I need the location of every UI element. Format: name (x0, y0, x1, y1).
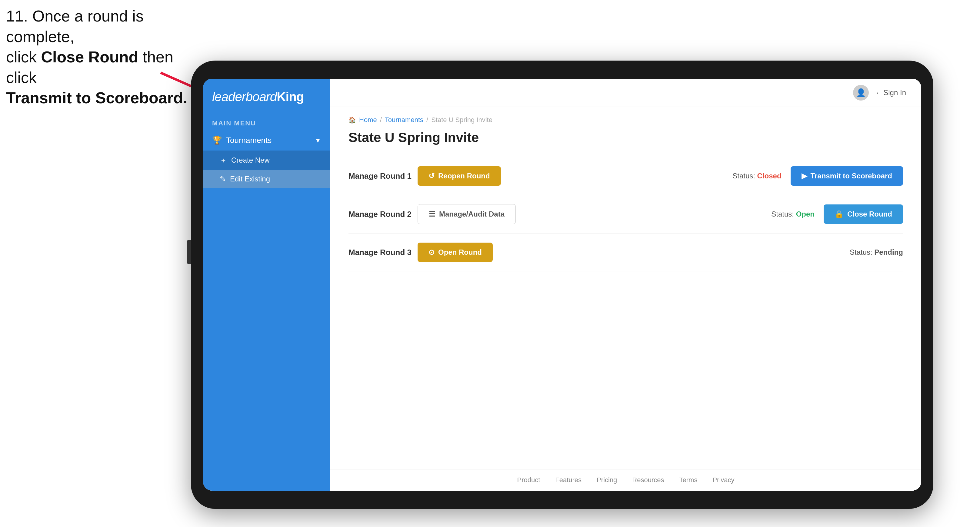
open-icon: ⊙ (428, 248, 434, 257)
footer-link-pricing[interactable]: Pricing (597, 476, 617, 484)
reopen-icon: ↺ (428, 172, 434, 180)
round-2-status-value: Open (796, 210, 815, 218)
page-title: State U Spring Invite (348, 130, 903, 145)
avatar: 👤 (853, 85, 869, 100)
sign-in-label: → Sign In (873, 89, 906, 97)
footer-link-terms[interactable]: Terms (679, 476, 698, 484)
breadcrumb-tournaments[interactable]: Tournaments (385, 116, 423, 124)
footer-link-privacy[interactable]: Privacy (713, 476, 734, 484)
main-content: 👤 → Sign In 🏠 Home / Tournaments (330, 79, 921, 490)
logo-text2: King (277, 90, 304, 104)
logo-area: leaderboardKing (203, 79, 330, 113)
open-round-label: Open Round (438, 248, 482, 257)
manage-audit-button[interactable]: ☰ Manage/Audit Data (418, 204, 516, 224)
transmit-to-scoreboard-button[interactable]: ▶ Transmit to Scoreboard (791, 166, 903, 186)
round-3-status-value: Pending (874, 248, 903, 256)
round-3-section: Manage Round 3 ⊙ Open Round Status: Pend… (348, 233, 903, 271)
round-2-left: Manage Round 2 ☰ Manage/Audit Data (348, 204, 516, 224)
breadcrumb-home[interactable]: Home (359, 116, 377, 124)
round-2-status: Status: Open (771, 210, 815, 218)
top-header: 👤 → Sign In (330, 79, 921, 107)
plus-icon: ＋ (220, 156, 227, 165)
create-new-label: Create New (231, 156, 270, 165)
trophy-icon: 🏆 (212, 136, 222, 145)
chevron-down-icon: ▼ (315, 137, 321, 144)
round-1-status-value: Closed (757, 172, 781, 180)
round-1-section: Manage Round 1 ↺ Reopen Round Status: Cl… (348, 157, 903, 195)
round-3-status: Status: Pending (850, 248, 903, 257)
breadcrumb-current: State U Spring Invite (431, 116, 492, 124)
sidebar: leaderboardKing MAIN MENU 🏆 Tournaments … (203, 79, 330, 490)
round-2-status-area: Status: Open 🔒 Close Round (771, 205, 903, 224)
tablet-side-button (187, 240, 191, 264)
close-round-label: Close Round (847, 210, 892, 218)
breadcrumb: 🏠 Home / Tournaments / State U Spring In… (348, 116, 903, 124)
reopen-round-button[interactable]: ↺ Reopen Round (418, 166, 501, 186)
transmit-label: Transmit to Scoreboard (811, 172, 892, 180)
lock-icon: 🔒 (835, 210, 844, 218)
open-round-button[interactable]: ⊙ Open Round (418, 243, 493, 262)
footer: Product Features Pricing Resources Terms… (330, 469, 921, 490)
round-1-label: Manage Round 1 (348, 171, 412, 181)
instruction-bold1: Close Round (41, 48, 138, 66)
instruction-bold2: Transmit to Scoreboard. (6, 89, 187, 106)
sidebar-submenu: ＋ Create New ✎ Edit Existing (203, 151, 330, 188)
tablet-screen: leaderboardKing MAIN MENU 🏆 Tournaments … (203, 79, 921, 490)
manage-audit-label: Manage/Audit Data (439, 210, 504, 218)
edit-icon: ✎ (220, 175, 226, 183)
edit-existing-label: Edit Existing (230, 175, 270, 183)
round-3-status-area: Status: Pending (850, 248, 903, 257)
round-1-status: Status: Closed (732, 172, 781, 180)
instruction-line1: 11. Once a round is complete,click Close… (6, 7, 187, 106)
breadcrumb-sep2: / (426, 116, 428, 124)
sidebar-item-create-new[interactable]: ＋ Create New (203, 151, 330, 170)
audit-icon: ☰ (429, 210, 436, 218)
round-3-label: Manage Round 3 (348, 248, 412, 257)
logo-text1: leaderboard (212, 90, 277, 104)
instruction-block: 11. Once a round is complete,click Close… (6, 6, 194, 108)
content-area: 🏠 Home / Tournaments / State U Spring In… (330, 107, 921, 469)
tablet-device: leaderboardKing MAIN MENU 🏆 Tournaments … (191, 60, 933, 509)
sign-in-area[interactable]: 👤 → Sign In (853, 85, 906, 100)
transmit-icon: ▶ (802, 172, 807, 180)
breadcrumb-sep1: / (380, 116, 382, 124)
main-menu-label: MAIN MENU (203, 113, 330, 130)
reopen-round-label: Reopen Round (438, 172, 490, 180)
app-container: leaderboardKing MAIN MENU 🏆 Tournaments … (203, 79, 921, 490)
sidebar-item-edit-existing[interactable]: ✎ Edit Existing (203, 170, 330, 188)
sidebar-item-tournaments[interactable]: 🏆 Tournaments ▼ (203, 130, 330, 151)
footer-link-features[interactable]: Features (555, 476, 582, 484)
round-2-section: Manage Round 2 ☰ Manage/Audit Data Statu… (348, 195, 903, 233)
close-round-button[interactable]: 🔒 Close Round (824, 205, 903, 224)
logo: leaderboardKing (212, 90, 321, 104)
footer-link-product[interactable]: Product (517, 476, 540, 484)
round-3-left: Manage Round 3 ⊙ Open Round (348, 243, 493, 262)
round-2-label: Manage Round 2 (348, 210, 412, 219)
round-1-left: Manage Round 1 ↺ Reopen Round (348, 166, 501, 186)
round-1-status-area: Status: Closed ▶ Transmit to Scoreboard (732, 166, 903, 186)
sidebar-tournaments-label: Tournaments (226, 136, 272, 145)
breadcrumb-home-icon: 🏠 (348, 116, 356, 124)
footer-link-resources[interactable]: Resources (632, 476, 664, 484)
